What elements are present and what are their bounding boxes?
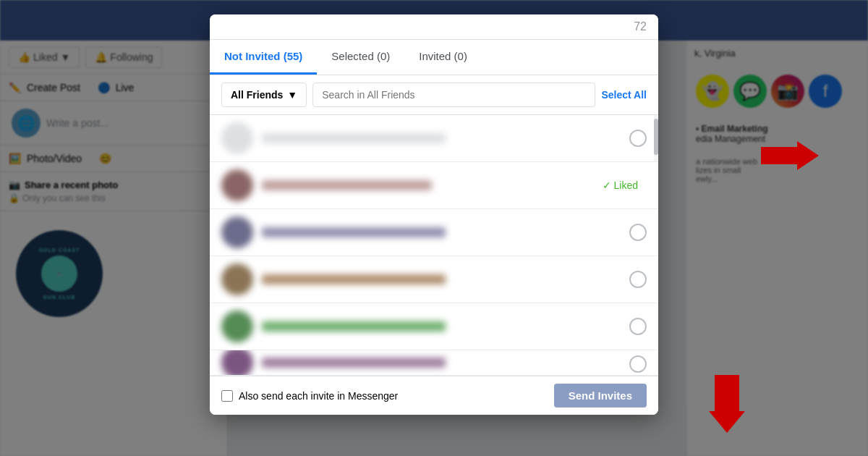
messenger-option[interactable]: Also send each invite in Messenger (221, 390, 398, 402)
friend-avatar-5 (221, 311, 253, 342)
modal-tabs[interactable]: Not Invited (55) Selected (0) Invited (0… (210, 40, 658, 75)
friend-list: ✓ Liked (210, 115, 658, 376)
friend-name-1 (262, 133, 446, 143)
friend-avatar-4 (221, 263, 253, 295)
friends-dropdown-label: All Friends (231, 89, 283, 101)
dropdown-chevron-icon: ▼ (287, 89, 297, 101)
friend-name-3 (262, 227, 446, 237)
friend-name-2 (262, 180, 432, 190)
friend-name-4 (262, 274, 446, 284)
friends-dropdown[interactable]: All Friends ▼ (221, 83, 307, 107)
friend-status-text-2: Liked (614, 180, 638, 191)
checkmark-icon: ✓ (603, 180, 611, 191)
friend-name-5 (262, 321, 446, 332)
modal-header: 72 (210, 14, 658, 40)
friend-item-2[interactable]: ✓ Liked (210, 162, 658, 209)
arrow-right-indicator (761, 141, 819, 173)
friend-avatar-1 (221, 122, 253, 154)
modal-count: 72 (634, 20, 647, 33)
select-all-button[interactable]: Select All (601, 89, 647, 101)
filter-row: All Friends ▼ Select All (210, 75, 658, 115)
friend-checkbox-3[interactable] (629, 224, 647, 241)
friend-item-1[interactable] (210, 115, 658, 162)
messenger-checkbox-input[interactable] (221, 390, 233, 402)
svg-marker-1 (709, 375, 745, 433)
modal-footer: Also send each invite in Messenger Send … (210, 376, 658, 415)
friend-avatar-6 (221, 350, 253, 376)
invite-friends-modal: 72 Not Invited (55) Selected (0) Invited… (210, 14, 658, 415)
messenger-label: Also send each invite in Messenger (239, 390, 398, 402)
friend-item-3[interactable] (210, 209, 658, 256)
scroll-area-1 (654, 115, 658, 161)
arrow-down-indicator (709, 375, 745, 436)
tab-invited[interactable]: Invited (0) (404, 40, 482, 75)
friend-checkbox-5[interactable] (629, 318, 647, 335)
tab-not-invited[interactable]: Not Invited (55) (210, 40, 317, 75)
friend-avatar-3 (221, 216, 253, 248)
friend-item-6[interactable] (210, 350, 658, 376)
friend-name-6 (262, 358, 446, 368)
search-input[interactable] (312, 83, 595, 107)
svg-marker-0 (761, 141, 819, 170)
send-invites-button[interactable]: Send Invites (554, 384, 647, 408)
friend-checkbox-6[interactable] (629, 355, 647, 373)
friend-item-5[interactable] (210, 303, 658, 350)
friend-item-4[interactable] (210, 256, 658, 303)
friend-avatar-2 (221, 169, 253, 201)
friend-checkbox-4[interactable] (629, 271, 647, 288)
scroll-thumb[interactable] (654, 119, 658, 155)
tab-selected[interactable]: Selected (0) (317, 40, 404, 75)
friend-checkbox-1[interactable] (629, 130, 647, 147)
friend-liked-status-2: ✓ Liked (603, 180, 638, 191)
